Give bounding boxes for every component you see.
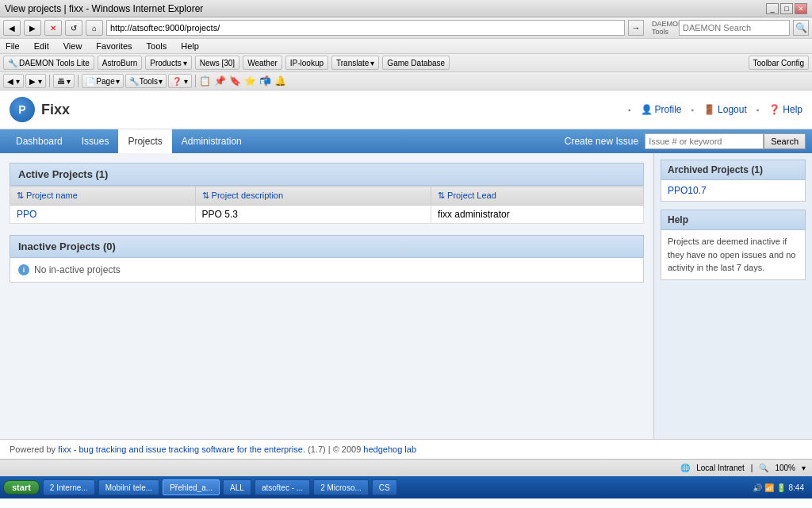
project-name-link[interactable]: PPO bbox=[17, 209, 36, 220]
help-text: Projects are deemed inactive if they hav… bbox=[668, 237, 795, 272]
project-lead-cell: fixx administrator bbox=[431, 206, 644, 224]
nav-bar: Dashboard Issues Projects Administration… bbox=[0, 129, 812, 153]
create-issue-link[interactable]: Create new Issue bbox=[565, 136, 638, 147]
app-footer: Powered by fixx - bug tracking and issue… bbox=[0, 439, 812, 459]
menu-favorites[interactable]: Favorites bbox=[94, 40, 134, 52]
browser-search-input[interactable] bbox=[679, 20, 790, 36]
taskbar-item-0[interactable]: 2 Interne... bbox=[43, 479, 95, 495]
menu-file[interactable]: File bbox=[3, 40, 22, 52]
content-area: Active Projects (1) ⇅ Project name ⇅ Pro… bbox=[0, 153, 653, 439]
col-name-link[interactable]: Project name bbox=[26, 190, 78, 200]
toolbar2-back[interactable]: ◀ ▾ bbox=[3, 74, 24, 88]
browser-menubar: File Edit View Favorites Tools Help bbox=[0, 39, 812, 54]
back-button[interactable]: ◀ bbox=[3, 20, 21, 36]
toolbar2-forward[interactable]: ▶ ▾ bbox=[25, 74, 46, 88]
toolbar2-page[interactable]: 📄 Page ▾ bbox=[82, 74, 123, 88]
address-input[interactable] bbox=[106, 20, 625, 36]
footer-powered-by: Powered by bbox=[10, 444, 56, 454]
search-input[interactable] bbox=[645, 133, 764, 149]
links-iplookup[interactable]: IP-lookup bbox=[285, 56, 328, 70]
menu-help[interactable]: Help bbox=[178, 40, 201, 52]
logout-link[interactable]: 🚪 Logout bbox=[703, 104, 747, 115]
taskbar-tray: 🔊 📶 🔋 8:44 bbox=[748, 479, 809, 495]
nav-tab-projects[interactable]: Projects bbox=[118, 129, 171, 153]
toolbar2-sep3 bbox=[195, 75, 196, 87]
zoom-spacer: | bbox=[751, 464, 753, 472]
start-button[interactable]: start bbox=[3, 480, 40, 495]
browser-title: View projects | fixx - Windows Internet … bbox=[5, 3, 203, 14]
status-bar: 🌐 Local Intranet | 🔍 100% ▾ bbox=[0, 459, 812, 476]
taskbar-item-2[interactable]: Přehled_a... bbox=[163, 479, 220, 495]
toolbar2-sep1 bbox=[49, 75, 50, 87]
links-daemon-tools[interactable]: 🔧 DAEMON Tools Lite bbox=[3, 56, 94, 70]
taskbar-item-3[interactable]: ALL bbox=[223, 479, 251, 495]
daemon-tools-label: DAEMON Tools bbox=[652, 20, 676, 36]
menu-view[interactable]: View bbox=[61, 40, 85, 52]
app-title: Fixx bbox=[41, 102, 70, 118]
col-project-name[interactable]: ⇅ Project name bbox=[10, 187, 196, 206]
inactive-empty-message: No in-active projects bbox=[34, 264, 121, 275]
browser-search-button[interactable]: 🔍 bbox=[793, 20, 809, 36]
archived-project-link[interactable]: PPO10.7 bbox=[668, 185, 799, 196]
menu-edit[interactable]: Edit bbox=[32, 40, 52, 52]
menu-tools[interactable]: Tools bbox=[144, 40, 170, 52]
logo-icon: P bbox=[10, 97, 35, 122]
nav-tab-dashboard[interactable]: Dashboard bbox=[6, 129, 72, 153]
toolbar2-tools[interactable]: 🔧 Tools ▾ bbox=[125, 74, 167, 88]
tray-icons: 🔊 📶 🔋 bbox=[753, 483, 786, 492]
home-button[interactable]: ⌂ bbox=[86, 20, 103, 36]
taskbar-item-6[interactable]: CS bbox=[372, 479, 397, 495]
sort-icon-desc: ⇅ bbox=[202, 190, 209, 200]
intranet-label: Local Intranet bbox=[696, 464, 745, 472]
links-weather[interactable]: Weather bbox=[243, 56, 282, 70]
taskbar-item-4[interactable]: atsoftec - ... bbox=[255, 479, 310, 495]
minimize-button[interactable]: _ bbox=[766, 3, 779, 14]
sort-icon-lead: ⇅ bbox=[438, 190, 445, 200]
refresh-button[interactable]: ↺ bbox=[65, 20, 82, 36]
toolbar2-help[interactable]: ❓ ▾ bbox=[168, 74, 192, 88]
stop-button[interactable]: ✕ bbox=[44, 20, 62, 36]
close-button[interactable]: ✕ bbox=[795, 3, 807, 14]
footer-version: (1.7) bbox=[308, 444, 326, 454]
col-lead-link[interactable]: Project Lead bbox=[447, 190, 496, 200]
search-button[interactable]: Search bbox=[764, 133, 806, 149]
project-desc-cell: PPO 5.3 bbox=[195, 206, 431, 224]
col-lead[interactable]: ⇅ Project Lead bbox=[431, 187, 644, 206]
taskbar: start 2 Interne... Mobilní tele... Přehl… bbox=[0, 476, 812, 498]
footer-company-link[interactable]: hedgehog lab bbox=[363, 444, 416, 454]
info-icon: i bbox=[18, 264, 29, 275]
help-link[interactable]: ❓ Help bbox=[768, 104, 802, 115]
header-links: ▪ 👤 Profile ▪ 🚪 Logout ▪ ❓ Help bbox=[628, 104, 802, 115]
taskbar-item-1[interactable]: Mobilní tele... bbox=[98, 479, 159, 495]
nav-tab-administration[interactable]: Administration bbox=[172, 129, 251, 153]
help-body: Projects are deemed inactive if they hav… bbox=[661, 230, 806, 280]
links-toolbar-config[interactable]: Toolbar Config bbox=[749, 56, 809, 70]
footer-separator: | bbox=[328, 444, 331, 454]
links-translate[interactable]: Translate ▾ bbox=[331, 56, 379, 70]
daemon-icon: 🔧 bbox=[8, 59, 17, 67]
links-news[interactable]: News [30] bbox=[195, 56, 239, 70]
links-gamedatabase[interactable]: Game Database bbox=[382, 56, 450, 70]
profile-link[interactable]: 👤 Profile bbox=[641, 104, 682, 115]
maximize-button[interactable]: □ bbox=[780, 3, 793, 14]
footer-fixx-link[interactable]: fixx - bug tracking and issue tracking s… bbox=[58, 444, 305, 454]
archived-projects-title: Archived Projects (1) bbox=[661, 160, 806, 180]
zoom-level: 100% bbox=[775, 464, 795, 472]
col-desc-link[interactable]: Project description bbox=[212, 190, 284, 200]
active-projects-header: Active Projects (1) bbox=[10, 163, 644, 186]
go-button[interactable]: → bbox=[628, 20, 644, 36]
sort-icon-name: ⇅ bbox=[17, 190, 24, 200]
forward-button[interactable]: ▶ bbox=[24, 20, 41, 36]
col-description[interactable]: ⇅ Project description bbox=[195, 187, 431, 206]
logout-icon: 🚪 bbox=[703, 104, 715, 115]
taskbar-item-5[interactable]: 2 Microso... bbox=[313, 479, 369, 495]
browser-links-bar: 🔧 DAEMON Tools Lite AstroBurn Products ▾… bbox=[0, 54, 812, 72]
nav-tab-issues[interactable]: Issues bbox=[72, 129, 119, 153]
toolbar2-print[interactable]: 🖶 ▾ bbox=[53, 74, 75, 88]
links-products[interactable]: Products ▾ bbox=[145, 56, 191, 70]
archived-projects-body: PPO10.7 bbox=[661, 180, 806, 202]
zoom-dropdown[interactable]: ▾ bbox=[802, 464, 806, 472]
project-row: PPO PPO 5.3 fixx administrator bbox=[10, 206, 644, 224]
links-astroburn[interactable]: AstroBurn bbox=[98, 56, 142, 70]
sidebar: Archived Projects (1) PPO10.7 Help Proje… bbox=[653, 153, 812, 439]
